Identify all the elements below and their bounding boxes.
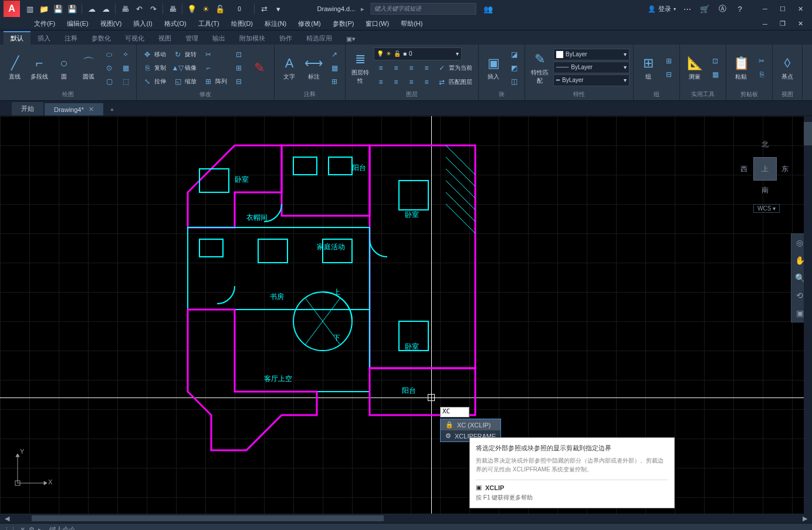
erase-button[interactable]: ✎ [248, 59, 270, 77]
stretch-button[interactable]: ⤡拉伸 [140, 75, 168, 88]
layer-b2[interactable]: ≡ [389, 76, 403, 89]
anno-t3[interactable]: ⊞ [327, 75, 341, 88]
save-icon[interactable]: 💾 [52, 2, 65, 15]
exchange-icon[interactable]: ⋯ [681, 2, 693, 15]
sun-icon[interactable]: ☀ [199, 2, 212, 15]
draw-tool-1[interactable]: ⬭ [102, 48, 116, 61]
circle-button[interactable]: ○圆 [53, 54, 75, 82]
tab-annotate[interactable]: 注释 [57, 32, 84, 45]
util-t1[interactable]: ⊡ [708, 55, 722, 67]
lineweight-dropdown[interactable]: ━ByLayer▾ [553, 74, 630, 86]
vertical-scrollbar[interactable] [804, 116, 812, 514]
cmdline-handle-icon[interactable]: ⋮⋮ [4, 526, 16, 530]
plot-icon[interactable]: 🖶 [119, 2, 131, 15]
dimension-button[interactable]: ⟷标注 [303, 54, 325, 82]
minimize-button[interactable]: ─ [757, 3, 773, 15]
draw-tool-5[interactable]: ▦ [119, 62, 133, 74]
layer-t1[interactable]: ≡ [374, 62, 388, 74]
undo-icon[interactable]: ↶ [133, 2, 146, 15]
command-prompt[interactable]: 键入命令 [49, 525, 75, 530]
layer-b3[interactable]: ≡ [404, 76, 418, 89]
cut-button[interactable]: ✂ [755, 55, 769, 67]
new-icon[interactable]: ▥ [23, 2, 36, 15]
copy-clip-button[interactable]: ⎘ [755, 68, 769, 81]
text-button[interactable]: A文字 [278, 54, 300, 82]
block-t1[interactable]: ◪ [507, 48, 521, 61]
hscroll-left-icon[interactable]: ◀ [0, 512, 14, 524]
layer-t4[interactable]: ≡ [419, 62, 434, 74]
autocomplete-item[interactable]: 🔒XC (XCLIP) [441, 419, 500, 430]
web-open-icon[interactable]: ☁ [85, 2, 98, 15]
scale-button[interactable]: ◱缩放 [171, 75, 199, 88]
cmdline-close-icon[interactable]: ✕ [20, 526, 25, 530]
array-button[interactable]: ⊞阵列 [201, 75, 229, 88]
draw-tool-4[interactable]: ✧ [119, 48, 133, 61]
cmdline-recent-icon[interactable]: ⚙ [29, 526, 35, 530]
file-tab-drawing[interactable]: Drawing4* ✕ [45, 103, 103, 115]
tab-collaborate[interactable]: 协作 [272, 32, 299, 45]
paste-button[interactable]: 📋粘贴 [730, 54, 752, 82]
tab-visualize[interactable]: 可视化 [118, 32, 151, 45]
block-t2[interactable]: ◩ [507, 62, 521, 74]
draw-tool-2[interactable]: ⊙ [102, 62, 116, 74]
close-button[interactable]: ✕ [792, 3, 808, 15]
share-icon[interactable]: ⇄ [258, 2, 270, 15]
table-button[interactable]: ▦ [327, 62, 341, 74]
saveas-icon[interactable]: 💾 [66, 2, 79, 15]
menu-dimension[interactable]: 标注(N) [259, 18, 292, 30]
open-icon[interactable]: 📁 [38, 2, 50, 15]
menu-parametric[interactable]: 参数(P) [327, 18, 360, 30]
help-icon[interactable]: ? [733, 2, 746, 15]
doc-close-button[interactable]: ✕ [792, 18, 808, 30]
match-properties-button[interactable]: ✎特性匹配 [529, 50, 551, 86]
app-icon[interactable]: Ⓐ [716, 2, 729, 15]
layer-properties-button[interactable]: ≣图层特性 [349, 50, 371, 86]
infocenter-icon[interactable]: 👥 [482, 2, 495, 15]
doc-minimize-button[interactable]: ─ [757, 18, 773, 30]
menu-insert[interactable]: 插入(I) [127, 18, 158, 30]
tab-addins[interactable]: 附加模块 [232, 32, 272, 45]
layer-t3[interactable]: ≡ [404, 62, 418, 74]
menu-edit[interactable]: 编辑(E) [61, 18, 94, 30]
leader-button[interactable]: ↗ [327, 48, 341, 61]
mod-t2[interactable]: ⊞ [232, 62, 246, 74]
tab-insert[interactable]: 插入 [31, 32, 57, 45]
rotate-button[interactable]: ↻旋转 [171, 48, 199, 61]
maximize-button[interactable]: ☐ [774, 3, 791, 15]
block-t3[interactable]: ◫ [507, 75, 521, 88]
make-current-button[interactable]: ✓置为当前 [435, 62, 475, 74]
draw-tool-6[interactable]: ⬚ [119, 75, 133, 88]
menu-draw[interactable]: 绘图(D) [225, 18, 259, 30]
menu-window[interactable]: 窗口(W) [360, 18, 395, 30]
line-button[interactable]: ╱直线 [4, 54, 26, 82]
print-icon[interactable]: 🖶 [166, 2, 179, 15]
menu-file[interactable]: 文件(F) [28, 18, 61, 30]
fillet-button[interactable]: ⌐ [201, 62, 229, 74]
color-dropdown[interactable]: ByLayer▾ [553, 49, 630, 60]
menu-tools[interactable]: 工具(T) [192, 18, 225, 30]
mirror-button[interactable]: ▲▽镜像 [171, 62, 199, 74]
base-button[interactable]: ◊基点 [776, 54, 799, 82]
dropdown-icon[interactable]: ▾ [272, 2, 285, 15]
menu-view[interactable]: 视图(V) [94, 18, 128, 30]
drawing-canvas[interactable]: 卧室 阳台 卧室 衣帽间 家庭活动 书房 上 下 卧室 客厅上空 阳台 XC 🔒… [0, 116, 812, 514]
layer-b4[interactable]: ≡ [419, 76, 434, 89]
grp-t2[interactable]: ⊟ [662, 68, 676, 81]
add-tab-button[interactable]: + [104, 104, 120, 115]
hscroll-right-icon[interactable]: ▶ [798, 512, 812, 524]
app-logo[interactable]: A [4, 1, 20, 17]
arc-button[interactable]: ⌒圆弧 [77, 54, 100, 82]
polyline-button[interactable]: ⌐多段线 [28, 54, 50, 82]
scale-value[interactable]: 0 [228, 2, 251, 15]
redo-icon[interactable]: ↷ [147, 2, 160, 15]
match-layer-button[interactable]: ⇄匹配图层 [435, 76, 475, 89]
command-line[interactable]: ⋮⋮ ✕ ⚙ ▸_ 键入命令 [0, 523, 812, 530]
tab-manage[interactable]: 管理 [178, 32, 205, 45]
layer-t2[interactable]: ≡ [389, 62, 403, 74]
lock-icon[interactable]: 🔓 [214, 2, 226, 15]
login-button[interactable]: 👤 登录 ▾ [648, 5, 676, 13]
search-input[interactable]: 键入关键字或短语 [370, 3, 476, 15]
insert-block-button[interactable]: ▣插入 [482, 54, 505, 82]
tab-output[interactable]: 输出 [205, 32, 232, 45]
menu-format[interactable]: 格式(O) [158, 18, 192, 30]
